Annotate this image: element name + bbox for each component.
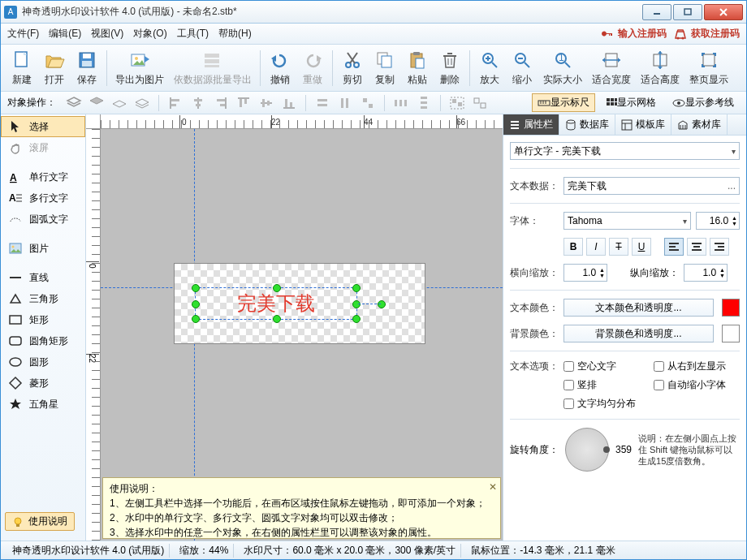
svg-rect-66: [369, 104, 373, 108]
layer-up-icon[interactable]: [87, 94, 106, 112]
align-left-button[interactable]: [664, 238, 684, 256]
fit-width-button[interactable]: 适合宽度: [587, 47, 636, 89]
cut-button[interactable]: 剪切: [336, 47, 369, 89]
textcolor-swatch[interactable]: [722, 299, 740, 317]
tool-triangle[interactable]: 三角形: [1, 288, 85, 309]
tool-rect[interactable]: 矩形: [1, 309, 85, 330]
new-button[interactable]: 新建: [6, 47, 38, 89]
layer-down-icon[interactable]: [110, 94, 129, 112]
tool-image[interactable]: 图片: [1, 238, 85, 259]
save-button[interactable]: 保存: [71, 47, 103, 89]
svg-rect-50: [217, 99, 225, 101]
underline-button[interactable]: U: [632, 238, 651, 256]
rotation-dial[interactable]: [565, 428, 609, 472]
copy-button[interactable]: 复制: [369, 47, 401, 89]
bold-button[interactable]: B: [563, 238, 583, 256]
actual-size-button[interactable]: 1实际大小: [538, 47, 587, 89]
tool-line[interactable]: 直线: [1, 267, 85, 288]
dist-h-icon[interactable]: [391, 94, 411, 112]
fit-page-button[interactable]: 整页显示: [684, 47, 733, 89]
help-close-icon[interactable]: ✕: [489, 480, 497, 494]
tool-text-single[interactable]: A单行文字: [1, 166, 85, 187]
selected-text-object[interactable]: 完美下载: [195, 287, 357, 320]
align-center-button[interactable]: [687, 238, 706, 256]
zoom-in-button[interactable]: 放大: [473, 47, 506, 89]
svg-rect-59: [285, 99, 287, 107]
menu-view[interactable]: 视图(V): [91, 27, 123, 41]
usage-toggle-button[interactable]: 使用说明: [5, 512, 75, 531]
dist-v-icon[interactable]: [414, 94, 434, 112]
show-guides-toggle[interactable]: 显示参考线: [667, 93, 740, 112]
layer-front-icon[interactable]: [64, 94, 84, 112]
italic-button[interactable]: I: [586, 238, 606, 256]
vertical-checkbox[interactable]: 竖排: [563, 378, 650, 392]
tab-resources[interactable]: 素材库: [671, 114, 728, 135]
batch-export-button[interactable]: 依数据源批量导出: [169, 47, 257, 89]
tool-diamond[interactable]: 菱形: [1, 373, 85, 394]
same-width-icon[interactable]: [313, 94, 332, 112]
database-icon: [565, 119, 576, 131]
rtl-checkbox[interactable]: 从右到左显示: [654, 360, 741, 373]
tool-star[interactable]: 五角星: [1, 394, 85, 415]
fontsize-spin[interactable]: 16.0▲▼: [696, 212, 740, 230]
tool-text-multi[interactable]: A多行文字: [1, 187, 85, 209]
canvas[interactable]: 完美下载 ✕ 使用说明： 1、左侧工具栏中选择一个功能后，在画布区域按住鼠标左键…: [101, 129, 503, 541]
align-right-icon[interactable]: [211, 94, 231, 112]
group-icon[interactable]: [447, 94, 467, 112]
show-ruler-toggle[interactable]: 显示标尺: [532, 93, 595, 112]
show-grid-toggle[interactable]: 显示网格: [600, 93, 662, 112]
ungroup-icon[interactable]: [470, 94, 490, 112]
get-code-link[interactable]: 获取注册码: [675, 27, 740, 41]
tool-pan[interactable]: 滚屏: [1, 137, 85, 158]
align-hcenter-icon[interactable]: [188, 94, 208, 112]
enter-code-link[interactable]: 输入注册码: [603, 27, 667, 41]
align-top-icon[interactable]: [234, 94, 253, 112]
same-size-icon[interactable]: [358, 94, 378, 112]
layer-back-icon[interactable]: [132, 94, 152, 112]
align-bottom-icon[interactable]: [279, 94, 299, 112]
autoshrink-checkbox[interactable]: 自动缩小字体: [654, 378, 741, 392]
align-vcenter-icon[interactable]: [257, 94, 276, 112]
tab-templates[interactable]: 模板库: [615, 114, 671, 135]
delete-button[interactable]: 删除: [434, 47, 466, 89]
vscale-spin[interactable]: 1.0▲▼: [684, 264, 728, 282]
hscale-spin[interactable]: 1.0▲▼: [563, 264, 607, 282]
tool-circle[interactable]: 圆形: [1, 351, 85, 373]
paste-button[interactable]: 粘贴: [401, 47, 434, 89]
menu-file[interactable]: 文件(F): [7, 27, 39, 41]
tab-properties[interactable]: 属性栏: [503, 114, 559, 135]
rotation-handle[interactable]: [378, 300, 386, 308]
menu-tool[interactable]: 工具(T): [177, 27, 209, 41]
menu-object[interactable]: 对象(O): [133, 27, 166, 41]
close-button[interactable]: [704, 4, 743, 20]
bgcolor-swatch[interactable]: [722, 325, 740, 342]
horizontal-ruler[interactable]: 0 22 44 66: [101, 114, 503, 129]
hollow-checkbox[interactable]: 空心文字: [563, 360, 650, 373]
ruler-icon: [538, 97, 551, 109]
zoom-out-button[interactable]: 缩小: [506, 47, 538, 89]
tool-text-arc[interactable]: 圆弧文字: [1, 209, 85, 230]
fit-height-button[interactable]: 适合高度: [636, 47, 684, 89]
export-image-button[interactable]: 导出为图片: [110, 47, 169, 89]
textdata-input[interactable]: 完美下载...: [563, 177, 740, 195]
undo-button[interactable]: 撤销: [264, 47, 296, 89]
maximize-button[interactable]: [673, 4, 702, 20]
strike-button[interactable]: T: [609, 238, 628, 256]
redo-button[interactable]: 重做: [296, 47, 329, 89]
bgcolor-button[interactable]: 背景颜色和透明度...: [563, 325, 714, 342]
font-combo[interactable]: Tahoma▾: [563, 212, 691, 230]
textcolor-button[interactable]: 文本颜色和透明度...: [563, 299, 714, 317]
menu-edit[interactable]: 编辑(E): [49, 27, 81, 41]
tool-select[interactable]: 选择: [1, 116, 85, 137]
object-selector-combo[interactable]: 单行文字 - 完美下载▾: [510, 142, 740, 160]
open-button[interactable]: 打开: [38, 47, 71, 89]
vertical-ruler[interactable]: 0 22: [86, 129, 101, 541]
tab-database[interactable]: 数据库: [559, 114, 615, 135]
align-left-icon[interactable]: [166, 94, 185, 112]
justify-checkbox[interactable]: 文字均匀分布: [563, 397, 650, 411]
menu-help[interactable]: 帮助(H): [218, 27, 252, 41]
same-height-icon[interactable]: [335, 94, 355, 112]
minimize-button[interactable]: [642, 4, 671, 20]
tool-round-rect[interactable]: 圆角矩形: [1, 330, 85, 351]
align-right-button[interactable]: [710, 238, 729, 256]
